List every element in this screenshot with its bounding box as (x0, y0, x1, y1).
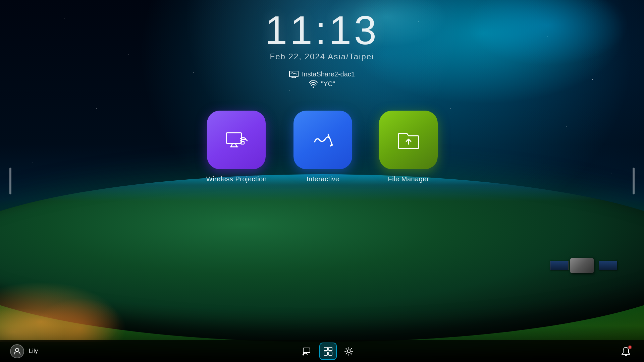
wifi-icon (309, 80, 318, 88)
monitor-icon (289, 71, 299, 78)
clock-container: 11:13 Feb 22, 2024 Asia/Taipei (0, 10, 644, 61)
satellite-visual (550, 248, 617, 288)
user-name: Lily (29, 348, 38, 355)
notification-badge (628, 345, 632, 349)
grid-icon (323, 347, 333, 356)
settings-icon (344, 347, 354, 356)
wifi-name: "YC" (321, 80, 335, 88)
network-device-row: InstaShare2-dac1 (289, 70, 355, 78)
svg-point-14 (303, 354, 304, 355)
svg-rect-15 (324, 347, 327, 351)
notification-button[interactable] (618, 343, 634, 359)
city-lights (0, 275, 134, 342)
app-interactive[interactable]: Interactive (293, 111, 352, 183)
interactive-icon-bg[interactable] (293, 111, 352, 169)
taskbar: Lily (0, 340, 644, 362)
svg-point-19 (347, 350, 350, 353)
file-manager-label: File Manager (388, 175, 429, 183)
taskbar-right (618, 343, 634, 359)
network-device-name: InstaShare2-dac1 (302, 70, 355, 78)
app-file-manager[interactable]: File Manager (379, 111, 438, 183)
satellite-solar-panel-left (550, 261, 569, 270)
wireless-projection-icon (223, 127, 250, 154)
taskbar-user-area: Lily (10, 344, 38, 358)
cast-icon (303, 347, 312, 356)
file-manager-icon (395, 127, 422, 154)
apps-container: Wireless Projection Interactive Fi (0, 111, 644, 183)
svg-point-4 (313, 86, 314, 88)
user-avatar[interactable] (10, 344, 24, 358)
file-manager-icon-bg[interactable] (379, 111, 438, 169)
clock-date: Feb 22, 2024 Asia/Taipei (0, 52, 644, 61)
svg-rect-17 (324, 352, 327, 355)
svg-rect-5 (226, 133, 241, 143)
user-avatar-icon (13, 347, 21, 355)
satellite-solar-panel-right (599, 261, 617, 270)
wireless-projection-icon-bg[interactable] (207, 111, 266, 169)
wireless-projection-label: Wireless Projection (206, 175, 267, 183)
clock-time: 11:13 (0, 10, 644, 50)
svg-point-12 (15, 348, 19, 352)
satellite-body (570, 258, 594, 273)
app-wireless-projection[interactable]: Wireless Projection (206, 111, 267, 183)
svg-rect-16 (329, 347, 332, 351)
svg-rect-18 (329, 352, 332, 355)
taskbar-nav (299, 343, 358, 360)
taskbar-cast-button[interactable] (299, 343, 316, 360)
interactive-label: Interactive (307, 175, 339, 183)
network-wifi-row: "YC" (309, 80, 335, 88)
svg-rect-13 (303, 348, 310, 353)
interactive-icon (310, 127, 336, 154)
network-info: InstaShare2-dac1 "YC" (0, 70, 644, 88)
taskbar-apps-button[interactable] (319, 343, 337, 360)
taskbar-settings-button[interactable] (340, 343, 358, 360)
svg-line-10 (328, 134, 332, 145)
